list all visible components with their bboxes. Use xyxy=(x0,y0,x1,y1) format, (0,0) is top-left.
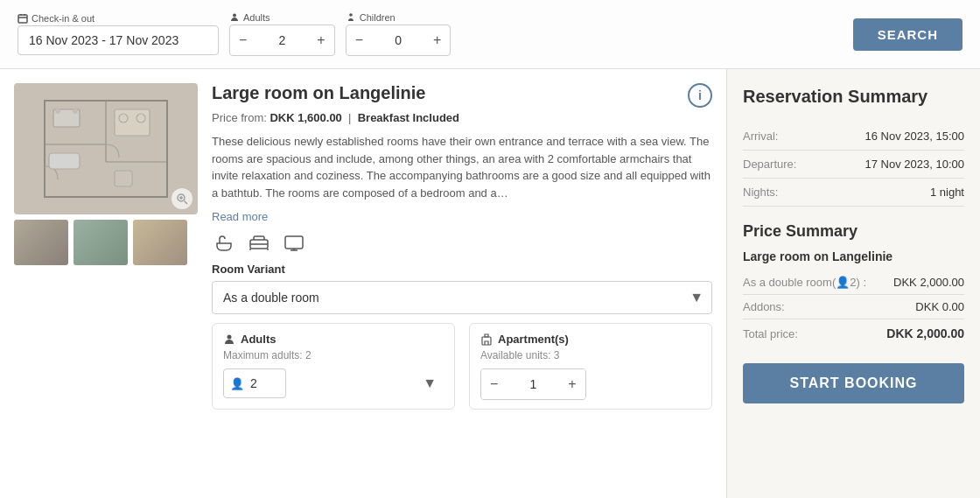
room-description: These delicious newly established rooms … xyxy=(212,133,712,201)
adults-label: Adults xyxy=(229,12,335,23)
apartment-booking-col: Apartment(s) Available units: 3 − + xyxy=(469,323,712,410)
tv-icon xyxy=(282,231,306,256)
variant-select[interactable]: As a double room xyxy=(212,281,712,314)
search-button[interactable]: SEARCH xyxy=(853,18,962,51)
thumbnail-3[interactable] xyxy=(133,220,187,265)
amenity-icons xyxy=(212,231,712,256)
price-as-room-row: As a double room(👤2) : DKK 2,000.00 xyxy=(743,270,964,295)
svg-point-5 xyxy=(349,13,353,17)
variant-select-wrapper: As a double room ▼ xyxy=(212,281,712,314)
checkin-label: Check-in & out xyxy=(18,13,219,24)
nights-row: Nights: 1 night xyxy=(743,179,964,207)
nights-value: 1 night xyxy=(930,186,964,199)
apartment-col-label: Apartment(s) xyxy=(498,333,569,346)
departure-value: 17 Nov 2023, 10:00 xyxy=(865,158,964,171)
room-main-image[interactable] xyxy=(14,83,198,214)
magnify-icon[interactable] xyxy=(172,188,192,209)
room-variant-section: Room Variant As a double room ▼ xyxy=(212,263,712,314)
arrival-row: Arrival: 16 Nov 2023, 15:00 xyxy=(743,123,964,151)
price-as-room-label: As a double room(👤2) : xyxy=(743,276,866,289)
children-plus-button[interactable]: + xyxy=(424,25,450,55)
children-counter: − + xyxy=(346,25,452,56)
adults-col-label: Adults xyxy=(241,333,276,346)
room-header: Large room on Langelinie i xyxy=(212,83,712,108)
departure-label: Departure: xyxy=(743,158,796,171)
price-total-value: DKK 2,000.00 xyxy=(886,326,964,340)
svg-point-4 xyxy=(233,14,236,18)
price-room-name: Large room on Langelinie xyxy=(743,249,964,263)
arrival-label: Arrival: xyxy=(743,130,778,143)
room-variant-label: Room Variant xyxy=(212,263,712,276)
svg-rect-16 xyxy=(115,171,132,186)
thumbnail-1[interactable] xyxy=(14,220,68,265)
bed-icon xyxy=(247,231,271,256)
read-more-link[interactable]: Read more xyxy=(212,210,268,223)
apartment-counter: − + xyxy=(480,368,586,400)
adults-input[interactable] xyxy=(256,26,308,54)
svg-point-11 xyxy=(55,109,60,114)
bath-icon xyxy=(212,231,236,256)
right-panel: Reservation Summary Arrival: 16 Nov 2023… xyxy=(726,69,980,498)
arrival-value: 16 Nov 2023, 15:00 xyxy=(865,130,964,143)
svg-rect-0 xyxy=(18,15,27,23)
apartment-input[interactable] xyxy=(507,370,559,398)
children-minus-button[interactable]: − xyxy=(346,25,372,55)
svg-rect-24 xyxy=(285,236,303,249)
adults-plus-button[interactable]: + xyxy=(308,25,333,55)
breakfast-label: Breakfast Included xyxy=(358,111,459,124)
price-addons-value: DKK 0.00 xyxy=(915,300,964,313)
info-button[interactable]: i xyxy=(688,83,712,108)
apartment-col-header: Apartment(s) xyxy=(480,333,701,346)
booking-details: Adults Maximum adults: 2 👤 2 1 ▼ xyxy=(212,323,712,410)
apartment-plus-button[interactable]: + xyxy=(559,369,584,399)
room-price: DKK 1,600.00 xyxy=(270,111,341,124)
main-content: Large room on Langelinie i Price from: D… xyxy=(0,69,980,498)
adults-col-header: Adults xyxy=(223,333,444,346)
apartment-minus-button[interactable]: − xyxy=(481,369,507,399)
apartment-available-label: Available units: 3 xyxy=(480,349,701,361)
adults-counter: − + xyxy=(229,25,335,56)
departure-row: Departure: 17 Nov 2023, 10:00 xyxy=(743,151,964,179)
reservation-summary-title: Reservation Summary xyxy=(743,87,964,107)
price-as-room-value: DKK 2,000.00 xyxy=(893,276,964,289)
price-summary-title: Price Summary xyxy=(743,222,964,241)
adults-select[interactable]: 2 1 xyxy=(223,368,286,398)
search-bar: Check-in & out Adults − + Children − xyxy=(0,0,980,69)
nights-label: Nights: xyxy=(743,186,778,199)
adults-booking-col: Adults Maximum adults: 2 👤 2 1 ▼ xyxy=(212,323,455,410)
start-booking-button[interactable]: START BOOKING xyxy=(743,363,964,403)
price-total-label: Total price: xyxy=(743,327,798,340)
svg-point-12 xyxy=(73,109,78,114)
svg-rect-13 xyxy=(115,109,150,136)
thumbnail-row xyxy=(14,220,198,265)
price-addons-label: Addons: xyxy=(743,300,785,313)
thumbnail-2[interactable] xyxy=(74,220,128,265)
children-input[interactable] xyxy=(372,26,424,54)
date-input[interactable] xyxy=(18,25,219,55)
children-label: Children xyxy=(346,12,452,23)
adults-minus-button[interactable]: − xyxy=(230,25,256,55)
price-total-row: Total price: DKK 2,000.00 xyxy=(743,319,964,347)
room-info: Large room on Langelinie i Price from: D… xyxy=(212,83,712,410)
room-price-line: Price from: DKK 1,600.00 | Breakfast Inc… xyxy=(212,111,712,124)
svg-point-27 xyxy=(228,334,232,339)
adults-max-label: Maximum adults: 2 xyxy=(223,349,444,361)
adults-chevron-icon: ▼ xyxy=(423,375,437,391)
checkin-field-group: Check-in & out xyxy=(18,13,219,55)
adults-select-wrapper: 👤 2 1 ▼ xyxy=(223,368,444,398)
svg-line-19 xyxy=(185,201,188,205)
room-images xyxy=(14,83,198,410)
left-panel: Large room on Langelinie i Price from: D… xyxy=(0,69,726,498)
adults-field-group: Adults − + xyxy=(229,12,335,56)
children-field-group: Children − + xyxy=(346,12,452,56)
price-addons-row: Addons: DKK 0.00 xyxy=(743,295,964,319)
svg-rect-17 xyxy=(49,153,80,169)
room-card: Large room on Langelinie i Price from: D… xyxy=(14,83,712,410)
room-title: Large room on Langelinie xyxy=(212,83,425,103)
